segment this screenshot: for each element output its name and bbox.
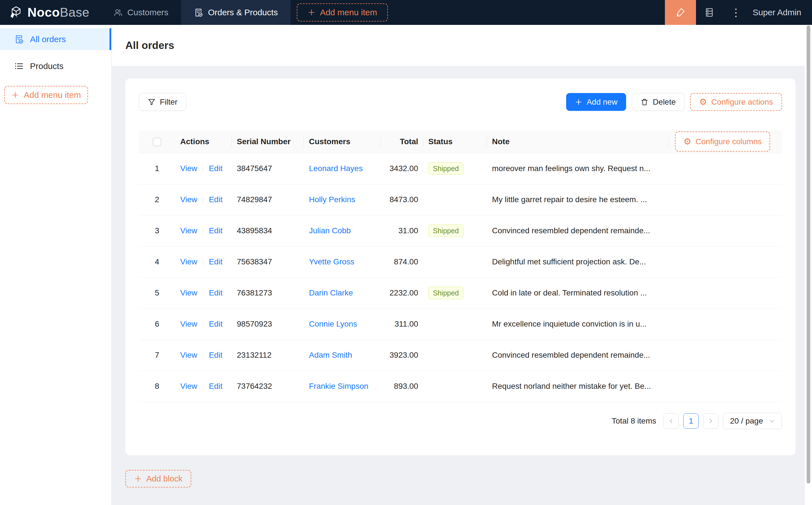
page-scrollbar[interactable] [805,25,812,505]
edit-link[interactable]: Edit [209,226,222,235]
row-actions: ViewEdit [175,184,232,215]
row-actions: ViewEdit [175,371,232,402]
customer-link[interactable]: Frankie Simpson [309,382,368,390]
view-link[interactable]: View [180,257,197,266]
edit-link[interactable]: Edit [209,289,222,297]
view-link[interactable]: View [180,289,197,297]
edit-link[interactable]: Edit [209,257,222,266]
row-actions: ViewEdit [175,215,232,246]
user-menu[interactable]: Super Admin [749,8,812,17]
column-header-note: Note [487,130,669,153]
add-block-button[interactable]: Add block [125,470,191,488]
chevron-left-icon [668,418,674,424]
empty-cell [669,371,782,402]
total-cell: 2232.00 [381,277,423,309]
status-cell: Shipped [423,153,487,184]
chevron-down-icon [769,418,775,424]
chevron-right-icon [708,418,713,424]
view-link[interactable]: View [180,195,197,204]
table-row: 7 ViewEdit 23132112 Adam Smith 3923.00 C… [139,340,782,371]
edit-link[interactable]: Edit [209,164,222,173]
row-index: 8 [139,371,175,402]
note-cell: moreover man feelings own shy. Request n… [487,153,669,184]
nav-item-customers[interactable]: Customers [101,0,181,25]
table-header-row: Actions Serial Number Customers Total St… [139,130,782,153]
customer-link[interactable]: Holly Perkins [309,195,355,204]
customer-link[interactable]: Julian Cobb [309,226,351,235]
configure-actions-label: Configure actions [711,98,773,107]
plus-icon [134,475,142,483]
sidebar-item-label: Products [30,61,63,71]
filter-button[interactable]: Filter [139,93,186,111]
view-link[interactable]: View [180,382,197,390]
highlighter-icon [675,7,686,18]
note-cell: Delightful met sufficient projection ask… [487,246,669,277]
configure-actions-button[interactable]: ⚙ Configure actions [690,93,782,111]
table-toolbar: Filter Add new Delete [139,93,782,111]
action-divider [203,351,203,359]
customer-link[interactable]: Darin Clarke [309,289,353,297]
configure-columns-button[interactable]: ⚙ Configure columns [675,132,770,152]
toolbar-right: Add new Delete ⚙ Configure actions [566,93,782,111]
status-cell [423,371,487,402]
view-link[interactable]: View [180,164,197,173]
note-cell: Request norland neither mistake for yet.… [487,371,669,402]
customer-link[interactable]: Connie Lyons [309,320,357,328]
delete-button[interactable]: Delete [632,93,684,111]
serial-cell: 43895834 [232,215,304,246]
row-index: 4 [139,246,175,277]
page-size-select[interactable]: 20 / page [723,413,782,429]
edit-link[interactable]: Edit [209,351,222,359]
delete-label: Delete [653,98,676,107]
nav-item-orders-products[interactable]: Orders & Products [181,0,291,25]
row-actions: ViewEdit [175,277,232,309]
total-cell: 8473.00 [381,184,423,215]
api-doc-button[interactable] [696,0,722,25]
customer-cell: Adam Smith [304,340,381,371]
pagination-page-1[interactable]: 1 [683,413,698,429]
edit-link[interactable]: Edit [209,320,222,328]
sidebar: All orders Products Add menu item [0,25,112,505]
empty-cell [669,153,782,184]
page-size-value: 20 / page [730,416,763,426]
sidebar-item-all-orders[interactable]: All orders [0,28,111,50]
row-index: 7 [139,340,175,371]
action-divider [203,196,203,204]
customer-link[interactable]: Leonard Hayes [309,164,363,173]
add-new-button[interactable]: Add new [566,93,626,111]
empty-cell [669,340,782,371]
vertical-ellipsis-icon: ⋮ [731,7,741,18]
server-icon [704,7,715,18]
serial-cell: 74829847 [232,184,304,215]
scrollbar-thumb[interactable] [807,25,810,484]
customer-link[interactable]: Adam Smith [309,351,352,359]
edit-link[interactable]: Edit [209,382,222,390]
edit-link[interactable]: Edit [209,195,222,204]
view-link[interactable]: View [180,351,197,359]
nocobase-logo[interactable]: NocoBase [0,5,101,20]
pagination-prev-button[interactable] [663,413,679,429]
select-all-checkbox[interactable] [153,138,161,146]
sidebar-add-menu-item-button[interactable]: Add menu item [4,86,88,104]
empty-cell [669,277,782,309]
nav-add-menu-item-button[interactable]: Add menu item [297,3,388,21]
configure-columns-label: Configure columns [696,137,762,146]
more-menu-button[interactable]: ⋮ [722,0,749,25]
table-row: 1 ViewEdit 38475647 Leonard Hayes 3432.0… [139,153,782,184]
top-navbar: NocoBase Customers Orders & Products [0,0,812,25]
row-index: 2 [139,184,175,215]
row-index: 6 [139,309,175,340]
configure-columns-header: ⚙ Configure columns [669,130,782,153]
sidebar-item-products[interactable]: Products [0,55,111,77]
view-link[interactable]: View [180,320,197,328]
sidebar-add-menu-item-label: Add menu item [24,90,81,100]
view-link[interactable]: View [180,226,197,235]
action-divider [203,258,203,266]
brand-light: Base [60,5,90,19]
add-block-label: Add block [146,474,182,484]
pagination-next-button[interactable] [703,413,718,429]
status-cell: Shipped [423,277,487,309]
status-cell [423,309,487,340]
ui-editor-button[interactable] [665,0,696,25]
customer-link[interactable]: Yvette Gross [309,257,354,266]
